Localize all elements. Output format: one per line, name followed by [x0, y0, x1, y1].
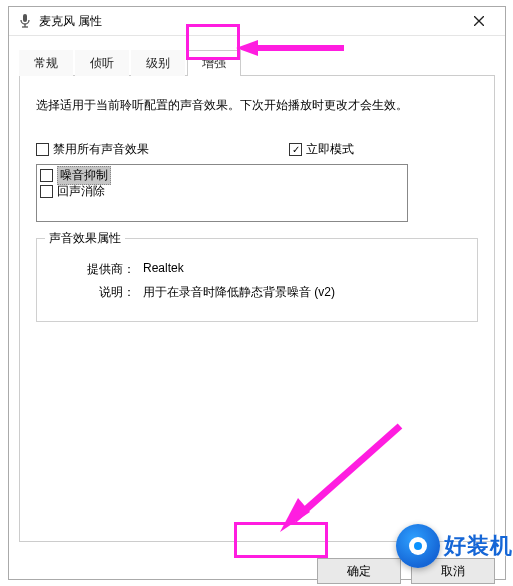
effect-properties-group: 声音效果属性 提供商： Realtek 说明： 用于在录音时降低静态背景噪音 (…: [36, 238, 478, 322]
tab-general[interactable]: 常规: [19, 50, 73, 76]
tab-page-enhancements: 选择适用于当前聆听配置的声音效果。下次开始播放时更改才会生效。 禁用所有声音效果…: [19, 76, 495, 542]
properties-dialog: 麦克风 属性 常规 侦听 级别 增强 选择适用于当前聆听配置的声音效果。下次开始…: [8, 6, 506, 580]
window-title: 麦克风 属性: [39, 13, 457, 30]
watermark-text: 好装机: [444, 531, 513, 561]
watermark-logo-icon: [396, 524, 440, 568]
svg-rect-0: [23, 14, 27, 22]
tab-enhancements[interactable]: 增强: [187, 50, 241, 76]
description-text: 选择适用于当前聆听配置的声音效果。下次开始播放时更改才会生效。: [36, 96, 478, 115]
provider-key: 提供商：: [47, 261, 143, 278]
disable-all-effects-label: 禁用所有声音效果: [53, 141, 149, 158]
instant-mode-label: 立即模式: [306, 141, 354, 158]
close-icon: [474, 16, 484, 26]
checkbox-row: 禁用所有声音效果 立即模式: [36, 141, 478, 158]
description-value: 用于在录音时降低静态背景噪音 (v2): [143, 284, 467, 301]
watermark: 好装机: [396, 524, 513, 568]
checkbox-box-icon: [289, 143, 302, 156]
close-button[interactable]: [457, 7, 501, 35]
effect-label: 回声消除: [57, 183, 105, 200]
titlebar: 麦克风 属性: [9, 7, 505, 36]
tab-listen[interactable]: 侦听: [75, 50, 129, 76]
group-legend: 声音效果属性: [45, 230, 125, 247]
ok-button[interactable]: 确定: [317, 558, 401, 584]
description-key: 说明：: [47, 284, 143, 301]
microphone-icon: [17, 13, 33, 29]
tabstrip: 常规 侦听 级别 增强: [19, 50, 495, 76]
instant-mode-checkbox[interactable]: 立即模式: [289, 141, 354, 158]
disable-all-effects-checkbox[interactable]: 禁用所有声音效果: [36, 141, 149, 158]
tab-levels[interactable]: 级别: [131, 50, 185, 76]
checkbox-box-icon: [40, 185, 53, 198]
provider-row: 提供商： Realtek: [47, 261, 467, 278]
provider-value: Realtek: [143, 261, 467, 278]
checkbox-box-icon: [36, 143, 49, 156]
effects-listbox[interactable]: 噪音抑制 回声消除: [36, 164, 408, 222]
list-item[interactable]: 回声消除: [40, 183, 404, 199]
client-area: 常规 侦听 级别 增强 选择适用于当前聆听配置的声音效果。下次开始播放时更改才会…: [9, 36, 505, 550]
list-item[interactable]: 噪音抑制: [40, 167, 404, 183]
checkbox-box-icon: [40, 169, 53, 182]
description-row: 说明： 用于在录音时降低静态背景噪音 (v2): [47, 284, 467, 301]
